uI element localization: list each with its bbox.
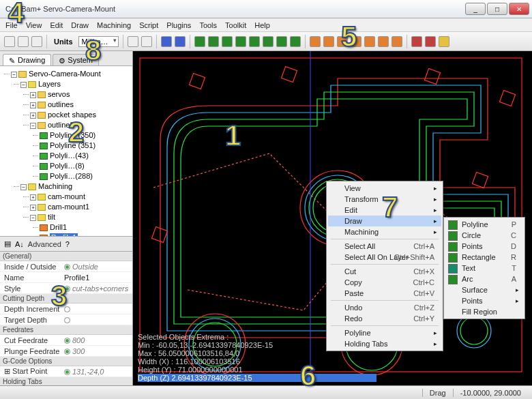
- ctx-edit[interactable]: Edit▸: [328, 205, 441, 216]
- menu-machining[interactable]: Machining: [97, 21, 131, 29]
- toolbar-draw-icon[interactable]: [208, 36, 219, 47]
- tree-layer[interactable]: pocket shapes: [48, 110, 96, 119]
- toolbar-redo-icon[interactable]: [141, 36, 152, 47]
- sub-rectangle[interactable]: RectangleR: [445, 252, 523, 263]
- menu-toolkit[interactable]: Toolkit: [225, 21, 246, 29]
- tree-item[interactable]: cam-mount: [48, 192, 85, 201]
- tree-drill[interactable]: Drill1: [50, 223, 67, 231]
- menu-view[interactable]: View: [26, 21, 42, 29]
- ctx-machining[interactable]: Machining▸: [328, 226, 441, 237]
- sub-text[interactable]: TextT: [445, 263, 523, 274]
- sub-circle[interactable]: CircleC: [445, 230, 523, 241]
- toolbar-mop-icon[interactable]: [364, 36, 375, 47]
- window-buttons: _ □ ✕: [465, 3, 529, 15]
- circle-icon: [448, 231, 458, 241]
- ctx-view[interactable]: View▸: [328, 183, 441, 194]
- toolbar-draw-icon[interactable]: [263, 36, 274, 47]
- toolbar-draw-icon[interactable]: [276, 36, 287, 47]
- toolbar-icon[interactable]: [439, 36, 449, 47]
- menu-help[interactable]: Help: [254, 21, 270, 29]
- context-submenu-draw: PolylineP CircleC PointsD RectangleR Tex…: [443, 217, 525, 319]
- ctx-select-all-layer[interactable]: Select All On LayerCtrl+Shift+A: [328, 252, 441, 263]
- units-label: Units: [54, 38, 73, 46]
- sub-points[interactable]: PointsD: [445, 241, 523, 252]
- toolbar-icon[interactable]: [411, 36, 422, 47]
- tree-outline2[interactable]: outline2: [48, 121, 74, 129]
- toolbar-icon[interactable]: [425, 36, 436, 47]
- tree-tilt[interactable]: tilt: [48, 213, 55, 221]
- tree-polyline[interactable]: Polyli…(8): [50, 162, 85, 170]
- toolbar-draw-icon[interactable]: [194, 36, 205, 47]
- toolbar-draw-icon[interactable]: [290, 36, 301, 47]
- tab-system[interactable]: ⚙System: [53, 54, 99, 65]
- tree-layer[interactable]: servos: [48, 90, 70, 98]
- menu-plugins[interactable]: Plugins: [166, 21, 191, 29]
- sub-polyline[interactable]: PolylineP: [445, 219, 523, 230]
- toolbar-mop-icon[interactable]: [323, 36, 334, 47]
- advanced-toggle[interactable]: Advanced: [28, 240, 61, 248]
- ctx-redo[interactable]: RedoCtrl+Y: [328, 313, 441, 324]
- toolbar-mop-icon[interactable]: [351, 36, 361, 47]
- menu-draw[interactable]: Draw: [71, 21, 89, 29]
- toolbar: Units Millim…: [0, 32, 532, 51]
- context-menu: View▸ Transform▸ Edit▸ Draw▸ Machining▸ …: [326, 181, 443, 351]
- sort-icon[interactable]: ▤: [4, 239, 11, 248]
- ctx-polyline[interactable]: Polyline▸: [328, 327, 441, 338]
- ctx-copy[interactable]: CopyCtrl+C: [328, 277, 441, 288]
- tree-machining[interactable]: Machining: [38, 182, 72, 190]
- rectangle-icon: [448, 253, 458, 263]
- help-icon[interactable]: ?: [65, 240, 70, 248]
- tree-layer[interactable]: outlines: [48, 100, 74, 108]
- polyline-icon: [448, 220, 458, 230]
- close-button[interactable]: ✕: [509, 3, 529, 15]
- toolbar-open-icon[interactable]: [18, 36, 29, 47]
- svg-rect-16: [499, 90, 515, 106]
- toolbar-draw-icon[interactable]: [249, 36, 260, 47]
- titlebar: CamBam+ Servo-Camera-Mount _ □ ✕: [0, 0, 532, 18]
- toolbar-undo-icon[interactable]: [128, 36, 138, 47]
- ctx-draw[interactable]: Draw▸: [328, 216, 441, 226]
- menu-tools[interactable]: Tools: [199, 21, 217, 29]
- property-grid[interactable]: (General) Inside / OutsideOutside NamePr…: [0, 252, 132, 385]
- ctx-select-all[interactable]: Select AllCtrl+A: [328, 241, 441, 252]
- menu-file[interactable]: File: [5, 21, 18, 29]
- tree-polyline[interactable]: Polyli…(288): [50, 172, 93, 180]
- tree-polyline[interactable]: Polyli…(43): [50, 151, 89, 160]
- menu-edit[interactable]: Edit: [50, 21, 63, 29]
- minimize-button[interactable]: _: [465, 3, 486, 15]
- toolbar-mop-icon[interactable]: [378, 36, 389, 47]
- toolbar-save-icon[interactable]: [31, 36, 42, 47]
- ctx-holding-tabs[interactable]: Holding Tabs▸: [328, 338, 441, 349]
- ctx-transform[interactable]: Transform▸: [328, 194, 441, 205]
- toolbar-mop-icon[interactable]: [310, 36, 321, 47]
- tree-layers[interactable]: Layers: [38, 80, 61, 88]
- ctx-cut[interactable]: CutCtrl+X: [328, 266, 441, 277]
- ctx-undo[interactable]: UndoCtrl+Z: [328, 302, 441, 313]
- svg-rect-18: [472, 172, 488, 188]
- svg-rect-17: [151, 226, 167, 242]
- gear-icon: ⚙: [59, 57, 65, 63]
- object-tree[interactable]: −Servo-Camera-Mount −Layers +servos +out…: [0, 66, 132, 237]
- ctx-paste[interactable]: PasteCtrl+V: [328, 288, 441, 299]
- sub-points-sub[interactable]: Points▸: [445, 295, 523, 306]
- sub-surface[interactable]: Surface▸: [445, 284, 523, 295]
- toolbar-mop-icon[interactable]: [337, 36, 348, 47]
- toolbar-draw-icon[interactable]: [235, 36, 246, 47]
- toolbar-draw-icon[interactable]: [222, 36, 233, 47]
- az-icon[interactable]: A↓: [15, 240, 24, 248]
- menu-script[interactable]: Script: [139, 21, 158, 29]
- maximize-button[interactable]: □: [487, 3, 507, 15]
- toolbar-new-icon[interactable]: [4, 36, 15, 47]
- sub-fill-region[interactable]: Fill Region: [445, 306, 523, 317]
- tree-item[interactable]: cam-mount1: [48, 203, 89, 211]
- tree-polyline[interactable]: Polyline (351): [50, 141, 95, 149]
- toolbar-icon[interactable]: [175, 36, 186, 47]
- sub-arc[interactable]: ArcA: [445, 274, 523, 284]
- toolbar-icon[interactable]: [161, 36, 172, 47]
- tree-polyline[interactable]: Polyline (350): [50, 131, 95, 139]
- toolbar-mop-icon[interactable]: [391, 36, 402, 47]
- status-coords: -10.0000, 29.0000: [453, 389, 528, 397]
- tree-root[interactable]: Servo-Camera-Mount: [29, 70, 101, 78]
- tab-drawing[interactable]: ✎Drawing: [3, 54, 51, 65]
- units-select[interactable]: Millim…: [78, 36, 119, 47]
